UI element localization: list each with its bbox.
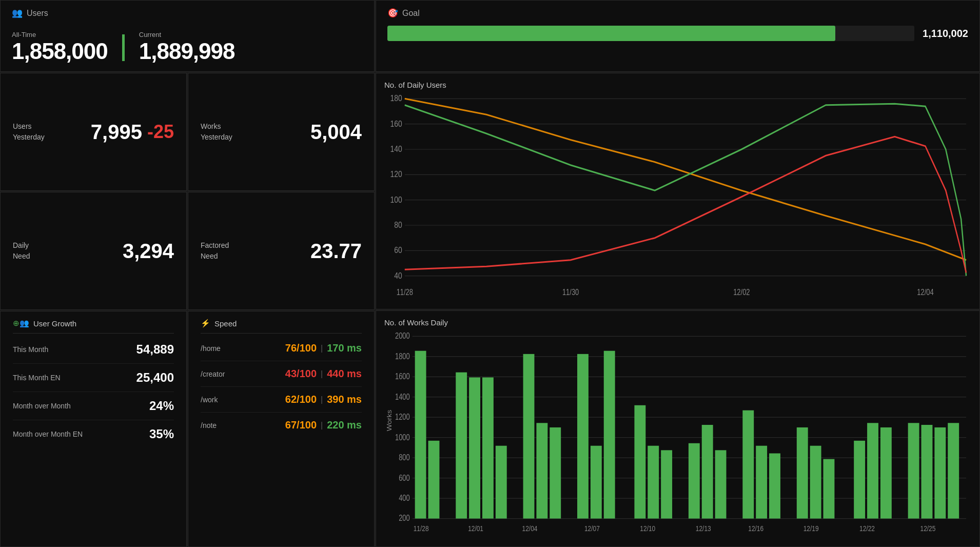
users-yesterday-value: 7,995 bbox=[91, 121, 142, 144]
right-charts: No. of Daily Users 180 160 140 120 100 8… bbox=[376, 73, 980, 547]
speed-ms-4: 220 ms bbox=[327, 419, 362, 431]
current-label: Current bbox=[139, 31, 235, 38]
svg-text:180: 180 bbox=[390, 93, 402, 103]
speed-score-2: 43/100 bbox=[285, 368, 317, 380]
growth-speed-row: ⊕👥 User Growth This Month 54,889 This Mo… bbox=[0, 311, 375, 547]
svg-text:12/22: 12/22 bbox=[859, 524, 875, 533]
svg-text:12/13: 12/13 bbox=[696, 524, 711, 533]
svg-rect-69 bbox=[922, 425, 933, 519]
speed-pipe-2: | bbox=[321, 369, 323, 379]
svg-rect-47 bbox=[523, 354, 535, 519]
growth-label-3: Month over Month bbox=[13, 402, 71, 410]
all-time-label: All-Time bbox=[12, 31, 108, 38]
svg-rect-49 bbox=[550, 427, 561, 519]
svg-rect-66 bbox=[867, 423, 878, 518]
svg-rect-41 bbox=[415, 351, 426, 519]
works-yesterday-value: 5,004 bbox=[310, 121, 362, 144]
works-daily-chart: No. of Works Daily 2000 1800 1600 1400 bbox=[376, 310, 980, 547]
growth-row-1: This Month 54,889 bbox=[13, 336, 174, 364]
users-separator bbox=[122, 34, 125, 61]
svg-text:12/04: 12/04 bbox=[917, 287, 933, 297]
daily-users-title: No. of Daily Users bbox=[384, 81, 971, 89]
svg-text:11/30: 11/30 bbox=[562, 287, 579, 297]
svg-text:160: 160 bbox=[390, 119, 402, 128]
users-yesterday-cell: UsersYesterday 7,995 -25 bbox=[0, 73, 187, 191]
growth-value-2: 25,400 bbox=[136, 370, 174, 385]
svg-text:11/28: 11/28 bbox=[414, 524, 429, 533]
users-panel: 👥 Users All-Time 1,858,000 Current 1,889… bbox=[0, 0, 375, 72]
speed-row-4: /note 67/100 | 220 ms bbox=[201, 413, 362, 438]
svg-text:12/07: 12/07 bbox=[584, 524, 600, 533]
factored-need-cell: FactoredNeed 23.77 bbox=[188, 192, 375, 310]
works-yesterday-cell: WorksYesterday 5,004 bbox=[188, 73, 375, 191]
works-daily-svg: 2000 1800 1600 1400 1200 1000 800 600 40… bbox=[384, 330, 971, 539]
factored-need-label: FactoredNeed bbox=[201, 240, 229, 262]
growth-row-3: Month over Month 24% bbox=[13, 392, 174, 420]
growth-label-4: Month over Month EN bbox=[13, 430, 83, 438]
metrics-row2: DailyNeed 3,294 FactoredNeed 23.77 bbox=[0, 192, 375, 310]
red-line bbox=[405, 136, 966, 272]
svg-text:600: 600 bbox=[399, 473, 410, 482]
user-growth-title: ⊕👥 User Growth bbox=[13, 319, 174, 334]
svg-text:1600: 1600 bbox=[395, 372, 410, 381]
speed-section: ⚡ Speed /home 76/100 | 170 ms /creator 4… bbox=[188, 311, 375, 547]
svg-rect-57 bbox=[702, 425, 713, 519]
growth-icon: ⊕👥 bbox=[13, 319, 29, 328]
current-value: 1,889,998 bbox=[139, 38, 235, 64]
svg-rect-60 bbox=[756, 446, 767, 519]
growth-row-2: This Month EN 25,400 bbox=[13, 364, 174, 392]
svg-rect-42 bbox=[428, 441, 440, 519]
growth-label-1: This Month bbox=[13, 345, 48, 354]
svg-rect-51 bbox=[591, 446, 602, 519]
daily-need-value: 3,294 bbox=[123, 240, 174, 263]
speed-label-1: /home bbox=[201, 344, 221, 353]
svg-text:Works: Works bbox=[386, 409, 393, 431]
goal-panel: 🎯 Goal 1,110,002 bbox=[376, 0, 980, 72]
svg-rect-70 bbox=[934, 427, 946, 519]
speed-ms-3: 390 ms bbox=[327, 394, 362, 405]
daily-users-chart: No. of Daily Users 180 160 140 120 100 8… bbox=[376, 73, 980, 309]
svg-text:200: 200 bbox=[399, 514, 410, 523]
goal-bar-track bbox=[387, 26, 914, 41]
users-title: 👥 Users bbox=[12, 8, 363, 18]
speed-pipe-3: | bbox=[321, 395, 323, 404]
svg-text:120: 120 bbox=[390, 169, 402, 179]
svg-text:12/19: 12/19 bbox=[803, 524, 819, 533]
growth-value-1: 54,889 bbox=[136, 342, 174, 357]
svg-text:12/04: 12/04 bbox=[522, 524, 538, 533]
users-yesterday-label: UsersYesterday bbox=[13, 121, 45, 143]
svg-rect-45 bbox=[482, 378, 494, 519]
speed-row-1: /home 76/100 | 170 ms bbox=[201, 336, 362, 361]
svg-text:12/10: 12/10 bbox=[640, 524, 655, 533]
speed-row-3: /work 62/100 | 390 ms bbox=[201, 387, 362, 413]
svg-text:12/16: 12/16 bbox=[748, 524, 763, 533]
growth-value-3: 24% bbox=[149, 399, 174, 413]
svg-rect-46 bbox=[496, 446, 507, 519]
svg-text:400: 400 bbox=[399, 494, 410, 503]
svg-rect-43 bbox=[456, 373, 467, 519]
svg-rect-44 bbox=[469, 378, 480, 519]
svg-rect-50 bbox=[577, 354, 589, 519]
svg-rect-68 bbox=[908, 423, 919, 518]
user-growth-section: ⊕👥 User Growth This Month 54,889 This Mo… bbox=[0, 311, 187, 547]
svg-text:60: 60 bbox=[394, 245, 402, 255]
users-yesterday-change: -25 bbox=[147, 121, 174, 143]
svg-text:40: 40 bbox=[394, 270, 402, 280]
svg-text:800: 800 bbox=[399, 453, 410, 462]
all-time-value: 1,858,000 bbox=[12, 38, 108, 64]
speed-score-3: 62/100 bbox=[285, 394, 317, 405]
speed-ms-1: 170 ms bbox=[327, 342, 362, 354]
svg-rect-54 bbox=[648, 446, 659, 519]
svg-rect-53 bbox=[634, 405, 645, 519]
svg-rect-65 bbox=[854, 441, 865, 519]
svg-rect-64 bbox=[824, 459, 835, 519]
growth-label-2: This Month EN bbox=[13, 374, 61, 382]
speed-title: ⚡ Speed bbox=[201, 319, 362, 334]
speed-icon: ⚡ bbox=[201, 319, 210, 328]
goal-bar-fill bbox=[387, 26, 835, 41]
svg-rect-67 bbox=[880, 427, 892, 519]
svg-rect-48 bbox=[536, 423, 547, 518]
goal-icon: 🎯 bbox=[387, 8, 398, 18]
speed-label-2: /creator bbox=[201, 370, 225, 378]
speed-ms-2: 440 ms bbox=[327, 368, 362, 380]
